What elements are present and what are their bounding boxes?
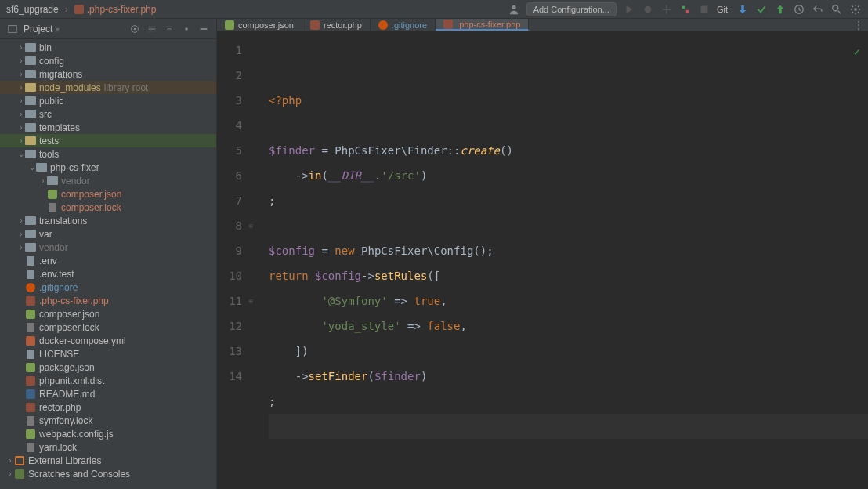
line-number[interactable]: 10 <box>217 263 242 288</box>
stop-icon[interactable] <box>698 3 711 16</box>
tree-arrow[interactable]: › <box>17 83 25 92</box>
analysis-ok-icon[interactable]: ✓ <box>854 39 860 64</box>
tree-arrow[interactable]: › <box>17 123 25 132</box>
line-number[interactable]: 2 <box>217 63 242 88</box>
tree-item-composer-lock[interactable]: composer.lock <box>0 201 216 214</box>
project-tree[interactable]: ›bin›config›migrations›node_moduleslibra… <box>0 39 216 489</box>
tree-item-symfony-lock[interactable]: symfony.lock <box>0 414 216 427</box>
tree-arrow[interactable]: › <box>17 110 25 118</box>
tree-item-vendor[interactable]: ›vendor <box>0 174 216 187</box>
expand-all-icon[interactable] <box>146 23 158 35</box>
line-number[interactable]: 4 <box>217 113 242 138</box>
run-icon[interactable] <box>623 3 635 16</box>
code-line[interactable]: ; <box>269 389 868 414</box>
tab-composer-json[interactable]: composer.json <box>217 19 302 31</box>
tree-arrow[interactable]: › <box>17 136 25 145</box>
tree-arrow[interactable]: › <box>17 96 25 105</box>
line-number[interactable]: 11⊖ <box>217 288 242 313</box>
line-number[interactable]: 12 <box>217 313 242 339</box>
tree-item-node-modules[interactable]: ›node_moduleslibrary root <box>0 81 216 94</box>
tree-item-external-libraries[interactable]: ›External Libraries <box>0 454 216 467</box>
code-line[interactable]: <?php <box>269 88 868 113</box>
code-text[interactable]: <?php$finder = PhpCsFixer\Finder::create… <box>256 31 868 489</box>
fold-marker-icon[interactable]: ⊖ <box>249 213 253 238</box>
run-config-dropdown[interactable]: Add Configuration... <box>526 2 617 16</box>
tree-item-bin[interactable]: ›bin <box>0 41 216 54</box>
vcs-update-icon[interactable] <box>679 3 692 16</box>
line-number[interactable]: 6 <box>217 163 242 188</box>
tree-item-scratches-and-consoles[interactable]: ›Scratches and Consoles <box>0 467 216 480</box>
tree-item--env-test[interactable]: .env.test <box>0 267 216 281</box>
line-number[interactable]: 8⊖ <box>217 213 242 238</box>
tree-arrow[interactable]: › <box>17 216 25 225</box>
tree-item-translations[interactable]: ›translations <box>0 214 216 227</box>
tree-item-php-cs-fixer[interactable]: ⌄php-cs-fixer <box>0 161 216 174</box>
tree-arrow[interactable]: ⌄ <box>17 150 25 158</box>
tree-item-tests[interactable]: ›tests <box>0 134 216 147</box>
tree-item--php-cs-fixer-php[interactable]: .php-cs-fixer.php <box>0 294 216 307</box>
debug-icon[interactable] <box>642 3 654 16</box>
code-line[interactable] <box>269 113 868 138</box>
code-line[interactable]: '@Symfony' => true, <box>269 288 868 313</box>
sidebar-settings-icon[interactable] <box>180 23 193 35</box>
fold-marker-icon[interactable]: ⊖ <box>249 288 253 313</box>
code-line[interactable]: ->in(__DIR__.'/src') <box>269 163 868 188</box>
tree-item-src[interactable]: ›src <box>0 107 216 121</box>
gutter[interactable]: 12345678⊖91011⊖121314 <box>217 31 256 489</box>
undo-icon[interactable] <box>812 3 824 16</box>
tree-item-yarn-lock[interactable]: yarn.lock <box>0 440 216 454</box>
settings-icon[interactable] <box>849 3 862 16</box>
breadcrumb-project[interactable]: sf6_upgrade <box>6 4 59 15</box>
code-line[interactable]: $finder = PhpCsFixer\Finder::create() <box>269 138 868 163</box>
tree-item-readme-md[interactable]: README.md <box>0 387 216 400</box>
tabs-menu-icon[interactable]: ⋮ <box>849 19 868 31</box>
tab-rector-php[interactable]: rector.php <box>302 19 371 31</box>
tree-arrow[interactable]: › <box>17 230 25 238</box>
git-push-icon[interactable] <box>774 3 787 16</box>
tree-item-composer-json[interactable]: composer.json <box>0 307 216 321</box>
line-number[interactable]: 1 <box>217 38 242 63</box>
tree-arrow[interactable]: ⌄ <box>28 163 36 172</box>
breadcrumb-file[interactable]: .php-cs-fixer.php <box>87 4 157 15</box>
tree-item-composer-lock[interactable]: composer.lock <box>0 321 216 334</box>
tree-item-migrations[interactable]: ›migrations <box>0 67 216 81</box>
project-tool-icon[interactable] <box>6 23 19 35</box>
coverage-icon[interactable] <box>660 3 673 16</box>
sidebar-title[interactable]: Project ▾ <box>24 24 124 34</box>
user-icon[interactable] <box>508 3 520 16</box>
tree-item--gitignore[interactable]: .gitignore <box>0 281 216 294</box>
tree-item-license[interactable]: LICENSE <box>0 347 216 360</box>
tree-arrow[interactable]: › <box>17 70 25 78</box>
code-line[interactable]: 'yoda_style' => false, <box>269 313 868 339</box>
tree-item-phpunit-xml-dist[interactable]: phpunit.xml.dist <box>0 374 216 387</box>
code-line[interactable]: $config = new PhpCsFixer\Config(); <box>269 238 868 263</box>
line-number[interactable]: 3 <box>217 88 242 113</box>
tree-item-public[interactable]: ›public <box>0 94 216 107</box>
search-icon[interactable] <box>830 3 843 16</box>
tree-item-docker-compose-yml[interactable]: docker-compose.yml <box>0 334 216 347</box>
history-icon[interactable] <box>793 3 805 16</box>
tree-arrow[interactable]: › <box>17 56 25 65</box>
tree-item-composer-json[interactable]: composer.json <box>0 187 216 201</box>
git-commit-icon[interactable] <box>755 3 768 16</box>
tree-item-rector-php[interactable]: rector.php <box>0 400 216 414</box>
tree-arrow[interactable]: › <box>6 456 14 465</box>
code-line[interactable]: ; <box>269 188 868 213</box>
git-pull-icon[interactable] <box>736 3 749 16</box>
tree-item--env[interactable]: .env <box>0 254 216 267</box>
hide-sidebar-icon[interactable] <box>197 23 210 35</box>
tree-item-var[interactable]: ›var <box>0 227 216 241</box>
code-line[interactable] <box>269 414 868 439</box>
code-line[interactable]: return $config->setRules([ <box>269 263 868 288</box>
tree-arrow[interactable]: › <box>17 243 25 252</box>
tree-item-vendor[interactable]: ›vendor <box>0 241 216 254</box>
tree-arrow[interactable]: › <box>39 176 47 185</box>
code-line[interactable]: ->setFinder($finder) <box>269 364 868 389</box>
tree-item-tools[interactable]: ⌄tools <box>0 147 216 161</box>
tab--php-cs-fixer-php[interactable]: .php-cs-fixer.php <box>436 19 529 31</box>
collapse-all-icon[interactable] <box>163 23 175 35</box>
line-number[interactable]: 13 <box>217 339 242 364</box>
code-line[interactable]: ]) <box>269 339 868 364</box>
tree-item-webpack-config-js[interactable]: webpack.config.js <box>0 427 216 440</box>
tab--gitignore[interactable]: .gitignore <box>371 19 436 31</box>
